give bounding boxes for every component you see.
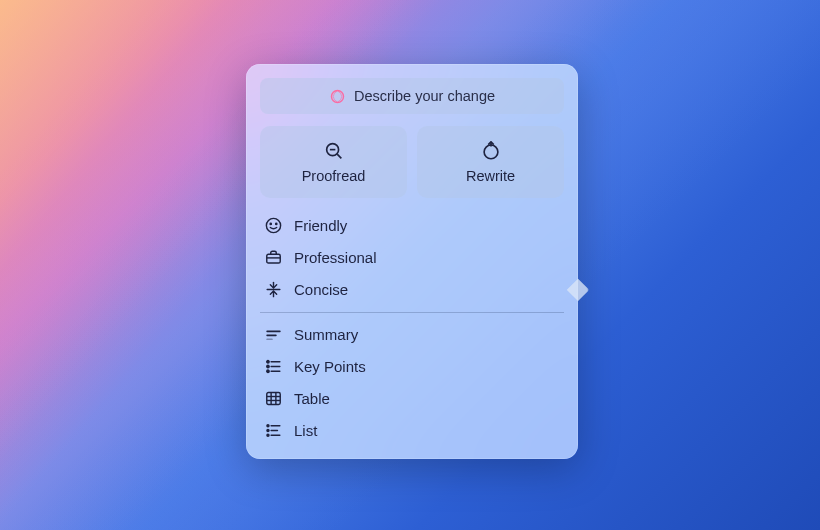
divider (260, 312, 564, 313)
format-list[interactable]: List (262, 417, 562, 443)
tone-professional[interactable]: Professional (262, 244, 562, 270)
format-summary[interactable]: Summary (262, 321, 562, 347)
tone-professional-label: Professional (294, 249, 377, 266)
format-list-label: List (294, 422, 317, 439)
summary-icon (262, 325, 284, 344)
svg-rect-9 (266, 254, 279, 263)
svg-point-17 (266, 360, 268, 362)
svg-point-4 (484, 145, 498, 159)
svg-point-8 (275, 223, 276, 224)
table-icon (262, 389, 284, 408)
actions-row: Proofread Rewrite (260, 126, 564, 198)
svg-point-21 (266, 370, 268, 372)
concise-icon (262, 280, 284, 299)
list-icon (262, 421, 284, 440)
describe-change-input[interactable]: Describe your change (260, 78, 564, 114)
svg-point-28 (266, 424, 268, 426)
tone-concise-label: Concise (294, 281, 348, 298)
svg-point-7 (270, 223, 271, 224)
tone-friendly-label: Friendly (294, 217, 347, 234)
friendly-icon (262, 216, 284, 235)
rewrite-icon (480, 140, 502, 162)
professional-icon (262, 248, 284, 267)
svg-rect-23 (266, 392, 279, 404)
svg-point-19 (266, 365, 268, 367)
keypoints-icon (262, 357, 284, 376)
rewrite-button[interactable]: Rewrite (417, 126, 564, 198)
format-table-label: Table (294, 390, 330, 407)
tone-list: Friendly Professional (260, 212, 564, 302)
svg-point-32 (266, 434, 268, 436)
tone-concise[interactable]: Concise (262, 276, 562, 302)
svg-point-6 (266, 218, 280, 232)
svg-line-2 (337, 154, 341, 158)
format-table[interactable]: Table (262, 385, 562, 411)
writing-tools-panel: Describe your change Proofread Rewri (246, 64, 578, 459)
proofread-label: Proofread (302, 168, 366, 184)
rewrite-label: Rewrite (466, 168, 515, 184)
proofread-button[interactable]: Proofread (260, 126, 407, 198)
describe-change-placeholder: Describe your change (354, 88, 495, 104)
format-summary-label: Summary (294, 326, 358, 343)
format-keypoints[interactable]: Key Points (262, 353, 562, 379)
format-keypoints-label: Key Points (294, 358, 366, 375)
svg-point-30 (266, 429, 268, 431)
tone-friendly[interactable]: Friendly (262, 212, 562, 238)
proofread-icon (323, 140, 345, 162)
apple-intelligence-icon (329, 88, 346, 105)
format-list: Summary Key Points (260, 321, 564, 445)
